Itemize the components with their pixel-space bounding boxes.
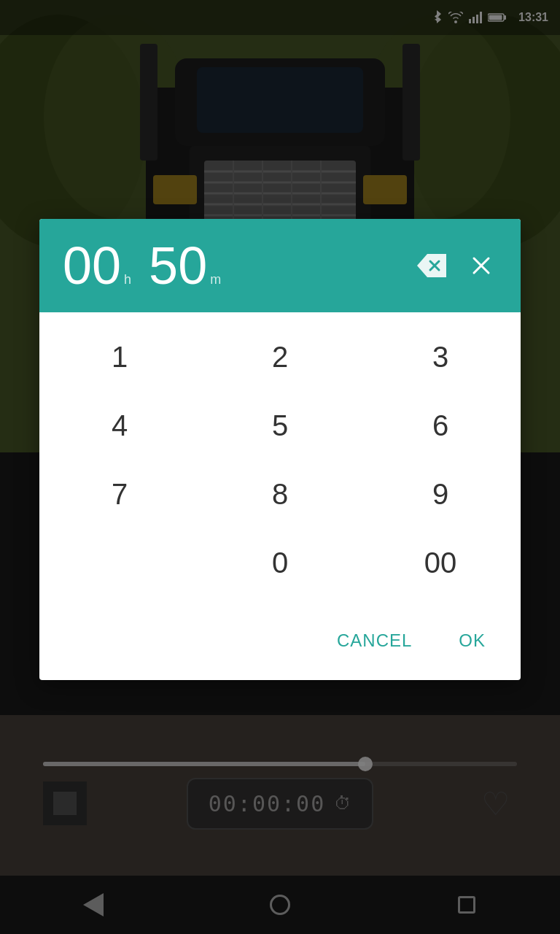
numpad-row-3: 7 8 9	[39, 461, 521, 527]
minutes-value: 50	[149, 239, 207, 292]
header-actions	[410, 247, 497, 285]
key-1[interactable]: 1	[47, 324, 192, 390]
dialog-header: 00 h 50 m	[39, 219, 521, 312]
close-icon	[471, 255, 491, 276]
key-4[interactable]: 4	[47, 393, 192, 458]
cancel-button[interactable]: CANCEL	[325, 622, 424, 660]
numpad: 1 2 3 4 5 6 7 8 9 0 00	[39, 312, 521, 610]
numpad-row-2: 4 5 6	[39, 393, 521, 458]
key-3[interactable]: 3	[368, 324, 513, 390]
key-6[interactable]: 6	[368, 393, 513, 458]
minutes-label: m	[210, 272, 221, 287]
key-5[interactable]: 5	[207, 393, 353, 458]
backspace-icon	[416, 252, 448, 279]
key-2[interactable]: 2	[207, 324, 353, 390]
backspace-button[interactable]	[410, 247, 454, 285]
dialog-actions: CANCEL OK	[39, 610, 521, 680]
hours-label: h	[124, 272, 131, 287]
hours-value: 00	[63, 239, 121, 292]
numpad-row-1: 1 2 3	[39, 324, 521, 390]
time-picker-dialog: 00 h 50 m 1 2 3	[39, 219, 521, 680]
key-7[interactable]: 7	[47, 461, 192, 527]
close-button[interactable]	[465, 250, 497, 282]
key-8[interactable]: 8	[207, 461, 353, 527]
key-9[interactable]: 9	[368, 461, 513, 527]
key-empty	[47, 530, 192, 595]
ok-button[interactable]: OK	[447, 622, 497, 660]
time-display: 00 h 50 m	[63, 239, 221, 292]
numpad-row-4: 0 00	[39, 530, 521, 595]
key-00[interactable]: 00	[368, 530, 513, 595]
key-0[interactable]: 0	[207, 530, 353, 595]
